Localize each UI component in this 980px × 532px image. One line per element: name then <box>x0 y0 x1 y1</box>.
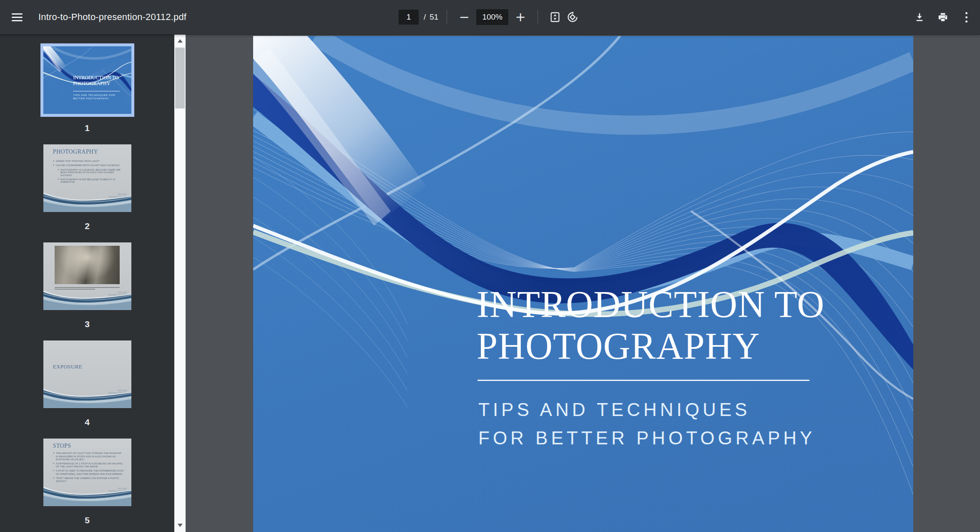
thumbnail-page-4[interactable]: EXPOSURE TIPS AND TECHNIQUES FOR BETTER … <box>43 338 131 436</box>
fit-to-page-icon <box>549 11 561 23</box>
slide-title: INTRODUCTION TO PHOTOGRAPHY <box>477 284 824 367</box>
scroll-down-button[interactable] <box>174 519 186 532</box>
thumbnail-image-4: EXPOSURE TIPS AND TECHNIQUES FOR BETTER … <box>43 340 131 408</box>
toolbar-separator <box>538 10 538 25</box>
thumbnail-page-number: 1 <box>85 123 90 133</box>
thumb-slide-title: PHOTOGRAPHY <box>53 149 98 155</box>
thumb-bullet: PHOTOGRAPHY IS ART BECAUSE ITS BEAUTY IS… <box>58 178 124 184</box>
thumbnail-page-number: 3 <box>85 319 90 329</box>
triangle-down-icon <box>178 524 183 527</box>
thumbnail-page-number: 2 <box>85 221 90 231</box>
page-zoom-controls: / 51 − 100% + <box>399 0 581 34</box>
rotate-counterclockwise-icon <box>567 11 578 23</box>
gray-wave-art <box>43 381 131 408</box>
print-icon <box>937 12 948 23</box>
download-icon <box>914 12 925 23</box>
print-button[interactable] <box>934 7 952 28</box>
thumb-bullet: CAN BE CONSIDERED BOTH AN ART AND A SCIE… <box>53 164 124 167</box>
more-options-button[interactable] <box>957 7 975 28</box>
scrollbar-thumb[interactable] <box>175 48 185 108</box>
gray-wave-art <box>43 185 131 212</box>
thumb-bullet: A STOP IS USED TO MEASURE THE DIFFERENCE… <box>53 469 124 475</box>
thumbnail-image-5: STOPS THE AMOUNT OF LIGHT THAT STRIKES T… <box>43 439 131 506</box>
page-count-label: 51 <box>430 13 438 22</box>
fit-to-page-button[interactable] <box>546 7 564 28</box>
slide-subtitle: TIPS AND TECHNIQUES FOR BETTER PHOTOGRAP… <box>478 396 815 452</box>
thumb-slide-divider <box>73 91 120 91</box>
thumbnail-page-1[interactable]: INTRODUCTION TO PHOTOGRAPHY TIPS AND TEC… <box>43 43 131 141</box>
rotate-counterclockwise-button[interactable] <box>564 7 581 28</box>
thumbnail-page-number: 4 <box>85 417 90 427</box>
thumbnail-page-number: 5 <box>85 515 90 525</box>
thumb-bullet: PHOTOGRAPHY IS A SCIENCE, BECAUSE THERE … <box>58 169 124 177</box>
slide-divider-line <box>477 380 809 381</box>
thumb-slide-title: STOPS <box>53 443 71 449</box>
slide-title-line1: INTRODUCTION TO <box>477 284 824 325</box>
menu-button[interactable] <box>7 7 28 28</box>
menu-icon <box>12 13 23 21</box>
thumbnail-list: INTRODUCTION TO PHOTOGRAPHY TIPS AND TEC… <box>0 34 174 532</box>
document-viewer[interactable]: INTRODUCTION TO PHOTOGRAPHY TIPS AND TEC… <box>186 34 980 532</box>
thumb-bullet: A DIFFERENCE OF 1 STOP IS A DOUBLING OR … <box>53 462 124 468</box>
slide-title-line2: PHOTOGRAPHY <box>477 325 824 367</box>
thumbnail-page-5[interactable]: STOPS THE AMOUNT OF LIGHT THAT STRIKES T… <box>43 436 131 532</box>
pdf-page-1: INTRODUCTION TO PHOTOGRAPHY TIPS AND TEC… <box>253 36 913 532</box>
historic-photo <box>55 246 120 284</box>
pdf-toolbar: Intro-to-Photo-presention-20112.pdf / 51… <box>0 0 980 34</box>
page-divider: / <box>424 13 426 22</box>
scroll-up-button[interactable] <box>174 34 186 48</box>
toolbar-separator <box>447 10 447 25</box>
thumb-bullet: GREEK FOR "PAINTING WITH LIGHT" <box>53 160 124 163</box>
thumbnail-page-3[interactable]: TIPS AND TECHNIQUES FOR BETTER PHOTOGRAP… <box>43 240 131 338</box>
zoom-level: 100% <box>476 9 508 25</box>
more-options-icon <box>961 12 972 23</box>
slide-subtitle-line2: FOR BETTER PHOTOGRAPHY <box>478 424 815 452</box>
gray-wave-art <box>43 479 131 506</box>
thumbnail-image-3: TIPS AND TECHNIQUES FOR BETTER PHOTOGRAP… <box>43 242 131 310</box>
document-title: Intro-to-Photo-presention-20112.pdf <box>38 12 186 23</box>
download-button[interactable] <box>911 7 928 28</box>
thumbnail-image-2: PHOTOGRAPHY GREEK FOR "PAINTING WITH LIG… <box>43 144 131 212</box>
thumbnail-image-1: INTRODUCTION TO PHOTOGRAPHY TIPS AND TEC… <box>43 46 131 114</box>
triangle-up-icon <box>178 39 183 43</box>
thumbnail-page-2[interactable]: PHOTOGRAPHY GREEK FOR "PAINTING WITH LIG… <box>43 141 131 240</box>
zoom-out-button[interactable]: − <box>455 7 473 28</box>
thumb-slide-title: EXPOSURE <box>53 363 82 370</box>
zoom-in-button[interactable]: + <box>512 7 529 28</box>
thumb-slide-title: INTRODUCTION TO PHOTOGRAPHY <box>73 75 128 87</box>
thumb-bullet: THE AMOUNT OF LIGHT THAT STRIKES THE FIL… <box>53 452 124 461</box>
page-number-input[interactable] <box>399 10 419 25</box>
gray-wave-art <box>43 283 131 310</box>
thumb-slide-subtitle: TIPS AND TECHNIQUES FOR BETTER PHOTOGRAP… <box>73 93 128 100</box>
slide-subtitle-line1: TIPS AND TECHNIQUES <box>478 396 815 424</box>
toolbar-right-actions <box>911 7 980 28</box>
sidebar-scrollbar[interactable] <box>174 34 186 532</box>
thumbnail-sidebar: INTRODUCTION TO PHOTOGRAPHY TIPS AND TEC… <box>0 34 186 532</box>
